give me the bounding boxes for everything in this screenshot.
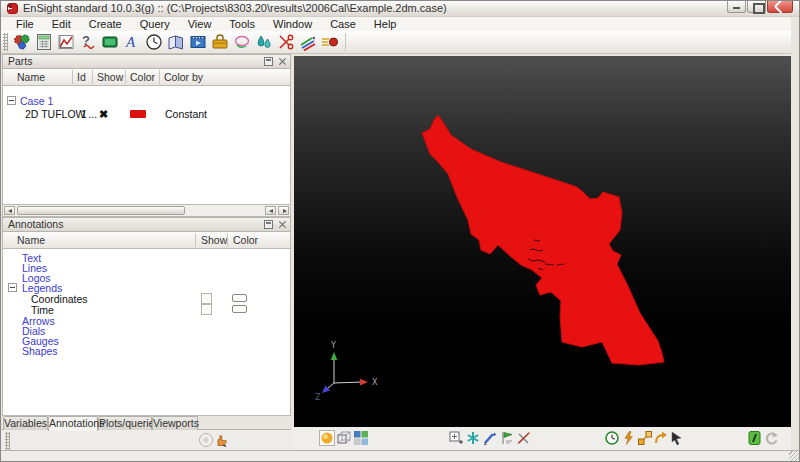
menu-view[interactable]: View	[179, 18, 221, 30]
time-show-checkbox[interactable]	[201, 304, 212, 315]
title-bar: EnSight standard 10.0.3(g) :: (C:\Projec…	[1, 1, 800, 17]
cursor-pointer-icon[interactable]	[669, 430, 685, 446]
parts-close-icon[interactable]	[278, 57, 287, 66]
particle-trace-icon[interactable]	[320, 32, 340, 52]
parts-panel-title: Parts	[8, 55, 33, 67]
flag-marker-icon[interactable]	[499, 430, 515, 446]
parts-col-colorby[interactable]: Color by	[164, 71, 203, 83]
part-color-swatch[interactable]	[130, 110, 146, 118]
cut-tools-icon[interactable]	[516, 430, 532, 446]
ensight-window: EnSight standard 10.0.3(g) :: (C:\Projec…	[0, 0, 800, 462]
case-expander-icon[interactable]	[7, 96, 16, 105]
parts-col-id[interactable]: Id	[77, 71, 86, 83]
ann-col-show[interactable]: Show	[201, 234, 227, 246]
parts-float-icon[interactable]	[264, 57, 273, 66]
annotation-text-icon[interactable]: A	[122, 32, 142, 52]
pick-pen-icon[interactable]	[482, 430, 498, 446]
viewport-monitor-icon[interactable]	[100, 32, 120, 52]
time-clock-icon[interactable]	[144, 32, 164, 52]
hand-pointer-icon[interactable]	[214, 433, 228, 447]
bounding-cube-icon[interactable]	[336, 430, 352, 446]
parts-gears-icon[interactable]	[12, 32, 32, 52]
parts-case-row[interactable]: Case 1	[3, 95, 290, 107]
undo-arrow-icon[interactable]	[763, 430, 779, 446]
annotations-panel-title: Annotations	[8, 218, 63, 230]
ann-col-name[interactable]: Name	[17, 234, 45, 246]
color-pencils-icon[interactable]	[298, 32, 318, 52]
scroll-left-icon[interactable]	[4, 206, 15, 215]
parts-tree: Case 1 2D TUFLOW ... 1 ✖ Constant	[2, 86, 291, 205]
texture-drops-icon[interactable]	[254, 32, 274, 52]
menu-window[interactable]: Window	[264, 18, 321, 30]
parts-hscrollbar[interactable]	[2, 205, 291, 217]
ann-label-shapes[interactable]: Shapes	[22, 345, 58, 357]
close-button[interactable]	[767, 1, 793, 13]
annotations-panel-titlebar: Annotations	[2, 217, 291, 232]
menu-edit[interactable]: Edit	[43, 18, 80, 30]
menu-file[interactable]: File	[7, 18, 43, 30]
part-colorby-value[interactable]: Constant	[165, 108, 207, 120]
legends-expander-icon[interactable]	[8, 283, 17, 292]
dock-tab-bar: Variables Annotations Plots/queries View…	[2, 416, 291, 430]
scroll-right-icon[interactable]	[278, 206, 289, 215]
annotations-float-icon[interactable]	[264, 220, 273, 229]
z-axis-label: Z	[315, 393, 321, 402]
query-probe-icon[interactable]: ?	[78, 32, 98, 52]
menu-help[interactable]: Help	[365, 18, 406, 30]
viewport-grid-icon[interactable]	[353, 430, 369, 446]
graphics-viewport[interactable]: Y X Z	[294, 56, 792, 427]
viewport-toolbar	[292, 427, 800, 450]
toolbar-drag-handle[interactable]	[3, 33, 8, 51]
radio-dot-icon[interactable]	[199, 433, 213, 447]
x-axis-label: X	[372, 378, 378, 387]
parts-col-color[interactable]: Color	[130, 71, 155, 83]
time-color-swatch[interactable]	[232, 305, 247, 313]
mesh-canvas: Y X Z	[294, 56, 792, 427]
clip-scissors-icon[interactable]	[276, 32, 296, 52]
annotations-close-icon[interactable]	[278, 220, 287, 229]
maximize-button[interactable]	[747, 1, 766, 13]
quick-bolt-icon[interactable]	[621, 430, 637, 446]
menu-query[interactable]: Query	[131, 18, 179, 30]
tuflow-mesh-part[interactable]	[422, 115, 664, 365]
tab-annotations[interactable]: Annotations	[48, 416, 98, 431]
jump-up-icon[interactable]	[653, 430, 669, 446]
record-info-toggle-icon[interactable]	[747, 430, 763, 446]
movie-player-icon[interactable]	[188, 32, 208, 52]
tab-plots-queries[interactable]: Plots/queries	[98, 416, 152, 430]
scroll-thumb[interactable]	[17, 206, 185, 215]
plot-chart-icon[interactable]	[56, 32, 76, 52]
dock-mini-toolbar	[1, 430, 292, 450]
annotations-tree: Text Lines Logos Legends Coordinates Tim…	[2, 249, 291, 416]
window-right-border	[791, 17, 799, 450]
flipbook-icon[interactable]	[166, 32, 186, 52]
parts-col-show[interactable]: Show	[97, 71, 123, 83]
resize-grip[interactable]	[789, 451, 800, 462]
ann-col-color[interactable]: Color	[233, 234, 258, 246]
toolbox-icon[interactable]	[210, 32, 230, 52]
light-sphere-icon[interactable]	[319, 430, 335, 446]
tab-viewports[interactable]: Viewports	[152, 416, 198, 430]
parts-col-name[interactable]: Name	[17, 71, 45, 83]
part-show-toggle[interactable]: ✖	[99, 108, 108, 120]
select-lasso-icon[interactable]	[232, 32, 252, 52]
coordinates-color-swatch[interactable]	[232, 294, 247, 302]
parts-part-row[interactable]: 2D TUFLOW ... 1 ✖ Constant	[3, 108, 290, 120]
minimize-button[interactable]	[727, 1, 746, 13]
link-nodes-icon[interactable]	[637, 430, 653, 446]
snap-star-icon[interactable]	[465, 430, 481, 446]
coordinates-show-checkbox[interactable]	[201, 293, 212, 304]
calculator-icon[interactable]	[34, 32, 54, 52]
y-axis-label: Y	[330, 341, 336, 350]
menu-tools[interactable]: Tools	[220, 18, 264, 30]
minibar-drag-handle[interactable]	[5, 432, 10, 450]
ann-row-shapes[interactable]: Shapes	[3, 345, 290, 357]
x-axis-arrow-icon	[360, 379, 368, 386]
menu-create[interactable]: Create	[80, 18, 131, 30]
auto-clock-icon[interactable]	[604, 430, 620, 446]
tab-variables[interactable]: Variables	[3, 416, 48, 430]
zoom-select-icon[interactable]	[448, 430, 464, 446]
menu-case[interactable]: Case	[321, 18, 365, 30]
scroll-left2-icon[interactable]	[265, 206, 276, 215]
case-label[interactable]: Case 1	[20, 95, 53, 107]
